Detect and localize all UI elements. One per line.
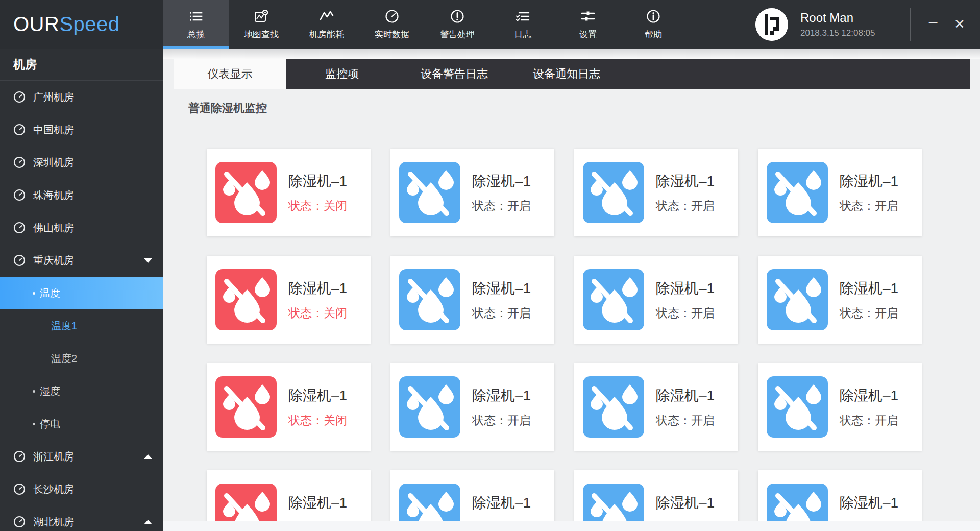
nav-item-label: 总揽 [187,29,205,40]
sidebar-item-label: 湖北机房 [33,515,74,529]
device-card[interactable]: 除湿机–1 状态：开启 [758,256,922,344]
sidebar-item-temperature-1[interactable]: 温度1 [0,309,163,342]
sidebar-item-room-changsha[interactable]: 长沙机房 [0,473,163,505]
logo-accent: Speed [59,13,119,35]
device-card[interactable]: 除湿机–1 状态：开启 [574,363,738,451]
tab-bar-dark: 监控项 设备警告日志 设备通知日志 [286,59,970,89]
tab-device-warning-log[interactable]: 设备警告日志 [398,59,510,89]
nav-item-map-search[interactable]: 地图查找 [229,0,294,49]
gauge-icon [13,91,26,103]
chevron-up-icon[interactable] [144,520,152,524]
nav-item-logs[interactable]: 日志 [490,0,555,49]
device-title: 除湿机–1 [472,172,531,191]
nav-item-energy[interactable]: 机房能耗 [294,0,359,49]
nav-item-settings[interactable]: 设置 [555,0,621,49]
top-nav: 总揽 地图查找 机房能耗 实时数据 [163,0,686,49]
device-status: 状态：开启 [472,305,531,321]
sidebar-item-room-foshan[interactable]: 佛山机房 [0,211,163,244]
sidebar: 机房 广州机房 中国机房 深圳机房 珠海机房 佛山机房 重庆机房 温度 [0,49,163,531]
minimize-icon: – [929,13,938,31]
nav-item-alerts[interactable]: 警告处理 [425,0,490,49]
device-status: 状态：开启 [656,305,715,321]
device-status: 状态：开启 [472,413,531,428]
sidebar-item-room-chongqing[interactable]: 重庆机房 [0,244,163,277]
nav-item-label: 帮助 [645,29,662,40]
device-card-grid: 除湿机–1 状态：关闭 除湿机–1 状态：开启 除湿机–1 状态：开启 除湿机–… [207,149,922,531]
device-card[interactable]: 除湿机–1 状态：开启 [574,256,738,344]
device-status: 状态：开启 [472,198,531,214]
sidebar-item-label: 珠海机房 [33,188,74,202]
gauge-icon [13,254,26,267]
device-status: 状态：开启 [656,413,715,428]
tab-monitor-items[interactable]: 监控项 [286,59,398,89]
device-card[interactable]: 除湿机–1 状态：开启 [574,149,738,236]
sidebar-item-label: 重庆机房 [33,254,74,268]
tab-bar: 仪表显示 监控项 设备警告日志 设备通知日志 [174,59,970,89]
sidebar-item-humidity[interactable]: 湿度 [0,375,163,407]
device-title: 除湿机–1 [288,172,347,191]
nav-item-help[interactable]: 帮助 [621,0,686,49]
content-bottom-strip [163,521,980,531]
gauge-icon [13,124,26,136]
device-card[interactable]: 除湿机–1 状态：开启 [390,256,554,344]
top-bar: OURSpeed 总揽 地图查找 机房能耗 [0,0,980,49]
device-card[interactable]: 除湿机–1 状态：开启 [390,363,554,451]
page-title: 普通除湿机监控 [188,101,267,116]
device-card[interactable]: 除湿机–1 状态：关闭 [207,256,371,344]
nav-item-label: 日志 [514,29,531,40]
sidebar-item-temperature-2[interactable]: 温度2 [0,342,163,375]
app-window: OURSpeed 总揽 地图查找 机房能耗 [0,0,980,531]
device-status: 状态：开启 [840,198,898,214]
help-info-icon [646,9,661,24]
sidebar-item-room-shenzhen[interactable]: 深圳机房 [0,146,163,179]
close-button[interactable]: ✕ [946,0,973,49]
device-card[interactable]: 除湿机–1 状态：关闭 [207,363,371,451]
gauge-icon [13,450,26,463]
device-status: 状态：关闭 [288,198,347,214]
device-card[interactable]: 除湿机–1 状态：开启 [758,363,922,451]
chevron-down-icon[interactable] [144,258,152,263]
sidebar-item-room-zhuhai[interactable]: 珠海机房 [0,179,163,211]
dehumidifier-on-icon [399,376,460,438]
device-status: 状态：关闭 [288,305,347,321]
sidebar-item-label: 温度 [40,286,60,300]
tab-label: 仪表显示 [208,66,253,82]
nav-item-label: 实时数据 [375,29,409,40]
sidebar-item-label: 温度1 [51,319,77,333]
sidebar-item-room-zhejiang[interactable]: 浙江机房 [0,440,163,473]
device-card[interactable]: 除湿机–1 状态：开启 [390,149,554,236]
device-card[interactable]: 除湿机–1 状态：关闭 [207,149,371,236]
sidebar-item-room-hubei[interactable]: 湖北机房 [0,505,163,531]
sidebar-item-label: 中国机房 [33,123,74,137]
user-area: Root Man 2018.3.15 12:08:05 – ✕ [755,0,980,49]
dehumidifier-off-icon [215,269,277,330]
gauge-icon [13,189,26,201]
minimize-button[interactable]: – [920,0,946,49]
header-divider [910,8,911,41]
close-icon: ✕ [954,16,965,32]
tab-label: 设备通知日志 [533,66,600,82]
device-title: 除湿机–1 [840,172,898,191]
app-logo: OURSpeed [0,0,163,49]
nav-item-overview[interactable]: 总揽 [163,0,229,49]
chevron-up-icon[interactable] [144,454,152,459]
sidebar-item-temperature[interactable]: 温度 [0,277,163,309]
alert-circle-icon [450,9,465,24]
nav-item-realtime[interactable]: 实时数据 [359,0,425,49]
logo-mark-avatar-icon [755,8,788,41]
dehumidifier-off-icon [215,376,277,438]
sidebar-item-room-china[interactable]: 中国机房 [0,113,163,146]
sidebar-item-label: 深圳机房 [33,156,74,170]
device-status: 状态：关闭 [288,413,347,428]
gauge-icon [13,516,26,528]
sidebar-item-room-guangzhou[interactable]: 广州机房 [0,81,163,113]
device-title: 除湿机–1 [656,386,715,405]
tab-gauge-display[interactable]: 仪表显示 [174,59,286,89]
device-title: 除湿机–1 [472,386,531,405]
list-icon [188,9,204,24]
sidebar-item-power-outage[interactable]: 停电 [0,407,163,440]
dehumidifier-on-icon [767,376,828,438]
avatar[interactable] [755,8,788,41]
tab-device-notice-log[interactable]: 设备通知日志 [510,59,623,89]
device-card[interactable]: 除湿机–1 状态：开启 [758,149,922,236]
